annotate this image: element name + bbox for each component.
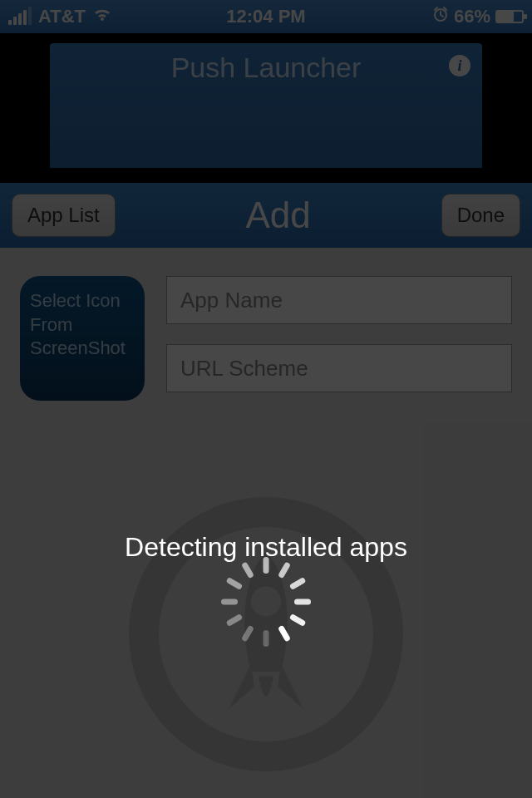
spinner-icon [237, 593, 295, 651]
loading-overlay: Detecting installed apps [0, 0, 532, 798]
